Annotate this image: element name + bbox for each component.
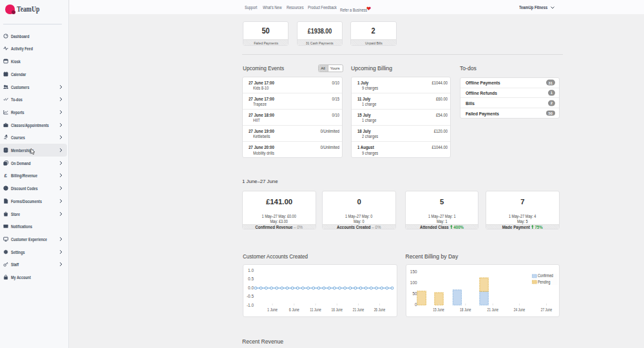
svg-text:11 June: 11 June [310,307,321,312]
svg-text:100: 100 [410,280,417,285]
svg-text:27 June: 27 June [540,307,552,312]
svg-text:£: £ [4,173,7,178]
svg-text:6 June: 6 June [289,307,299,312]
svg-text:26 June: 26 June [374,307,386,312]
svg-text:Confirmed: Confirmed [537,273,553,278]
svg-text:15 June: 15 June [433,307,444,312]
svg-text:1 June: 1 June [267,307,278,312]
svg-text:16 June: 16 June [332,307,343,312]
svg-text:0: 0 [414,302,417,307]
svg-text:18 June: 18 June [460,307,471,312]
svg-text:50: 50 [412,291,417,296]
svg-text:21 June: 21 June [353,307,365,312]
svg-text:150: 150 [410,269,417,274]
svg-text:0.0: 0.0 [248,285,254,290]
svg-text:-1.0: -1.0 [247,303,254,307]
svg-text:1.0: 1.0 [248,268,254,273]
svg-text:-0.5: -0.5 [247,294,254,298]
svg-text:24 June: 24 June [513,307,525,312]
svg-text:0.5: 0.5 [248,276,254,281]
svg-text:21 June: 21 June [487,307,498,312]
svg-text:Pending: Pending [537,280,550,285]
